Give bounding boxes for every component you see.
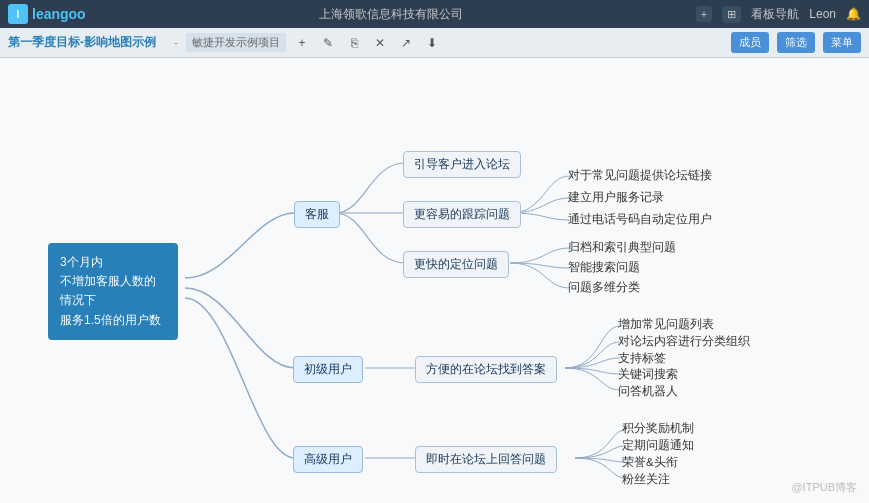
sub-kefu3-label: 更快的定位问题 bbox=[414, 257, 498, 271]
grid-btn[interactable]: ⊞ bbox=[722, 6, 741, 23]
add-node-icon[interactable]: + bbox=[292, 33, 312, 53]
branch-chuji[interactable]: 初级用户 bbox=[293, 356, 363, 383]
main-canvas: 3个月内不增加客服人数的情况下服务1.5倍的用户数 客服 引导客户进入论坛 更容… bbox=[0, 58, 869, 503]
sub-chuji1[interactable]: 方便的在论坛找到答案 bbox=[415, 356, 557, 383]
watermark: @ITPUB博客 bbox=[791, 480, 857, 495]
toolbar: 第一季度目标-影响地图示例 - 敏捷开发示例项目 + ✎ ⎘ ✕ ↗ ⬇ 成员 … bbox=[0, 28, 869, 58]
share-icon[interactable]: ↗ bbox=[396, 33, 416, 53]
add-btn[interactable]: + bbox=[696, 6, 712, 22]
branch-kefu-label: 客服 bbox=[305, 207, 329, 221]
branch-chuji-label: 初级用户 bbox=[304, 362, 352, 376]
edit-icon[interactable]: ✎ bbox=[318, 33, 338, 53]
leaf-chuji-5: 问答机器人 bbox=[618, 384, 678, 399]
sub-kefu2[interactable]: 更容易的跟踪问题 bbox=[403, 201, 521, 228]
right-actions: + ⊞ 看板导航 Leon 🔔 bbox=[696, 6, 861, 23]
leaf-kefu3-1: 归档和索引典型问题 bbox=[568, 240, 676, 255]
leaf-chuji-1: 增加常见问题列表 bbox=[618, 317, 714, 332]
right-tools: 成员 筛选 菜单 bbox=[731, 32, 861, 53]
nav-label[interactable]: 看板导航 bbox=[751, 6, 799, 23]
leaf-gaoji-4: 粉丝关注 bbox=[622, 472, 670, 487]
leaf-gaoji-3: 荣誉&头衔 bbox=[622, 455, 678, 470]
leaf-kefu2-2: 建立用户服务记录 bbox=[568, 190, 664, 205]
bell-icon[interactable]: 🔔 bbox=[846, 7, 861, 21]
member-btn[interactable]: 成员 bbox=[731, 32, 769, 53]
export-icon[interactable]: ⬇ bbox=[422, 33, 442, 53]
sep1: - bbox=[174, 36, 178, 50]
logo-text: leangoo bbox=[32, 6, 86, 22]
leaf-gaoji-2: 定期问题通知 bbox=[622, 438, 694, 453]
sub-kefu2-label: 更容易的跟踪问题 bbox=[414, 207, 510, 221]
logo: l leangoo bbox=[8, 4, 86, 24]
leaf-kefu3-3: 问题多维分类 bbox=[568, 280, 640, 295]
copy-icon[interactable]: ⎘ bbox=[344, 33, 364, 53]
center-title: 上海领歌信息科技有限公司 bbox=[319, 6, 463, 23]
sub-gaoji1[interactable]: 即时在论坛上回答问题 bbox=[415, 446, 557, 473]
central-node-text: 3个月内不增加客服人数的情况下服务1.5倍的用户数 bbox=[60, 255, 161, 327]
leaf-chuji-3: 支持标签 bbox=[618, 351, 666, 366]
toolbar-title: 第一季度目标-影响地图示例 bbox=[8, 34, 156, 51]
top-bar: l leangoo 上海领歌信息科技有限公司 + ⊞ 看板导航 Leon 🔔 bbox=[0, 0, 869, 28]
leaf-kefu3-2: 智能搜索问题 bbox=[568, 260, 640, 275]
sub-kefu1-label: 引导客户进入论坛 bbox=[414, 157, 510, 171]
branch-gaoji-label: 高级用户 bbox=[304, 452, 352, 466]
sub-kefu1[interactable]: 引导客户进入论坛 bbox=[403, 151, 521, 178]
leaf-chuji-4: 关键词搜索 bbox=[618, 367, 678, 382]
filter-btn[interactable]: 筛选 bbox=[777, 32, 815, 53]
sub-kefu3[interactable]: 更快的定位问题 bbox=[403, 251, 509, 278]
user-label[interactable]: Leon bbox=[809, 7, 836, 21]
central-node[interactable]: 3个月内不增加客服人数的情况下服务1.5倍的用户数 bbox=[48, 243, 178, 340]
logo-icon: l bbox=[8, 4, 28, 24]
sub-gaoji1-label: 即时在论坛上回答问题 bbox=[426, 452, 546, 466]
sub-chuji1-label: 方便的在论坛找到答案 bbox=[426, 362, 546, 376]
leaf-gaoji-1: 积分奖励机制 bbox=[622, 421, 694, 436]
leaf-kefu2-1: 对于常见问题提供论坛链接 bbox=[568, 168, 712, 183]
leaf-chuji-2: 对论坛内容进行分类组织 bbox=[618, 334, 750, 349]
delete-icon[interactable]: ✕ bbox=[370, 33, 390, 53]
tab-label[interactable]: 敏捷开发示例项目 bbox=[186, 33, 286, 52]
branch-kefu[interactable]: 客服 bbox=[294, 201, 340, 228]
branch-gaoji[interactable]: 高级用户 bbox=[293, 446, 363, 473]
leaf-kefu2-3: 通过电话号码自动定位用户 bbox=[568, 212, 712, 227]
menu-btn[interactable]: 菜单 bbox=[823, 32, 861, 53]
